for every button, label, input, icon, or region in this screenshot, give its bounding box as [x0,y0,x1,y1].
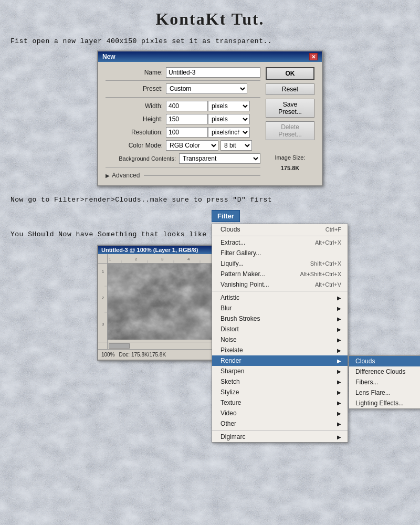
svg-text:3: 3 [101,322,104,327]
ok-button[interactable]: OK [266,67,314,80]
menu-item-extract-label: Extract... [220,239,245,246]
menu-item-liquify-label: Liquify... [220,260,244,267]
menu-item-clouds-shortcut-label: Clouds [220,226,240,233]
instruction-3: You SHould Now have Something that looks… [0,224,420,242]
dialog-close-button[interactable]: ✕ [309,53,318,60]
bg-contents-label: Background Contents: [106,155,179,162]
menu-item-filter-gallery-label: Filter Gallery... [220,249,261,257]
menu-item-sharpen[interactable]: Sharpen ▶ [212,366,348,376]
preview-title: Untitled-3 @ 100% (Layer 1, RGB/8) [101,247,198,253]
menu-item-texture-arrow: ▶ [337,400,341,406]
bg-contents-select[interactable]: Transparent [179,153,260,164]
menu-item-distort-arrow: ▶ [337,327,341,332]
dialog-title: New [102,53,116,60]
zoom-label: 100% [101,352,115,358]
menu-item-vanishing-point[interactable]: Vanishing Point... Alt+Ctrl+V [212,279,348,290]
menu-item-sketch[interactable]: Sketch ▶ [212,376,348,387]
advanced-arrow-icon: ▶ [106,173,110,178]
ruler-corner [98,254,108,263]
submenu-item-fibers[interactable]: Fibers... [349,377,420,387]
reset-button[interactable]: Reset [266,83,314,95]
color-depth-select[interactable]: 8 bit [220,140,252,151]
menu-item-extract[interactable]: Extract... Alt+Ctrl+X [212,237,348,248]
image-size-value: 175.8K [266,165,314,171]
menu-item-noise-label: Noise [220,336,237,343]
filter-menu-area: Filter Clouds Ctrl+F Extract... Alt+Ctrl… [0,207,420,224]
page-title: KontaKt Tut. [0,0,420,33]
scrollbar-thumb-bottom[interactable] [109,343,130,349]
menu-item-sharpen-arrow: ▶ [337,369,341,374]
width-label: Width: [106,102,166,110]
menu-item-stylize-arrow: ▶ [337,390,341,395]
svg-text:2: 2 [135,257,138,261]
menu-item-video-label: Video [220,410,236,417]
menu-item-distort-label: Distort [220,326,239,333]
name-input[interactable] [166,67,260,78]
ruler-left-svg: 1 2 3 [98,266,108,342]
menu-item-clouds-shortcut-key: Ctrl+F [326,226,341,233]
submenu-item-difference-clouds[interactable]: Difference Clouds [349,366,420,377]
filter-menu-bar-item[interactable]: Filter [212,210,240,222]
submenu-item-clouds[interactable]: Clouds [349,356,420,366]
menu-item-distort[interactable]: Distort ▶ [212,324,348,334]
menu-item-artistic-arrow: ▶ [337,295,341,301]
menu-item-filter-gallery[interactable]: Filter Gallery... [212,248,348,258]
menu-item-video[interactable]: Video ▶ [212,408,348,418]
menu-item-digimarc-arrow: ▶ [337,434,341,440]
preset-label: Preset: [106,85,166,92]
advanced-label[interactable]: Advanced [112,172,140,179]
width-input[interactable] [166,101,208,111]
render-submenu: Clouds Difference Clouds Fibers... Lens … [349,355,420,409]
menu-item-digimarc[interactable]: Digimarc ▶ [212,432,348,442]
menu-item-pixelate-label: Pixelate [220,346,243,354]
scrollbar-corner-bottom [98,342,108,349]
menu-item-pattern-maker-shortcut: Alt+Shift+Ctrl+X [300,271,342,277]
menu-item-pattern-maker-label: Pattern Maker... [220,270,265,278]
menu-item-texture[interactable]: Texture ▶ [212,397,348,408]
menu-item-liquify-shortcut: Shift+Ctrl+X [310,260,341,267]
menu-item-vanishing-point-label: Vanishing Point... [220,281,269,288]
submenu-item-lens-flare[interactable]: Lens Flare... [349,387,420,398]
menu-item-blur[interactable]: Blur ▶ [212,303,348,313]
menu-item-noise[interactable]: Noise ▶ [212,334,348,345]
delete-preset-button: Delete Preset... [266,121,314,140]
ruler-left: 1 2 3 [98,264,108,342]
menu-item-stylize[interactable]: Stylize ▶ [212,387,348,397]
height-input[interactable] [166,114,208,124]
menu-item-clouds-shortcut[interactable]: Clouds Ctrl+F [212,224,348,235]
height-label: Height: [106,116,166,123]
menu-item-render[interactable]: Render ▶ [212,355,348,366]
menu-item-texture-label: Texture [220,399,241,406]
menu-item-other-arrow: ▶ [337,421,341,427]
height-unit-select[interactable]: pixels [208,114,250,124]
width-unit-select[interactable]: pixels [208,101,250,111]
save-preset-button[interactable]: Save Preset... [266,99,314,118]
menu-item-liquify[interactable]: Liquify... Shift+Ctrl+X [212,258,348,269]
menu-item-blur-arrow: ▶ [337,306,341,311]
menu-item-other[interactable]: Other ▶ [212,418,348,429]
menu-item-brush-strokes[interactable]: Brush Strokes ▶ [212,313,348,324]
resolution-input[interactable] [166,127,208,138]
svg-text:3: 3 [161,257,164,261]
menu-item-artistic[interactable]: Artistic ▶ [212,292,348,303]
image-size-area: Image Size: 175.8K [266,150,314,171]
menu-item-artistic-label: Artistic [220,294,239,301]
menu-item-stylize-label: Stylize [220,388,239,396]
menu-item-digimarc-label: Digimarc [220,433,245,440]
preset-select[interactable]: Custom [166,83,247,94]
svg-text:1: 1 [101,269,104,274]
svg-text:2: 2 [101,296,104,300]
image-size-label: Image Size: [266,154,314,161]
svg-text:1: 1 [109,257,111,261]
preview-container: Untitled-3 @ 100% (Layer 1, RGB/8) _ □ ✕… [0,242,420,366]
instruction-2: Now go to Filter>render>Clouds..make sur… [0,192,420,207]
doc-info: Doc: 175.8K/175.8K [119,352,166,358]
menu-item-pixelate[interactable]: Pixelate ▶ [212,345,348,355]
color-mode-label: Color Mode: [106,142,166,149]
resolution-unit-select[interactable]: pixels/inch [208,127,250,138]
dialog-titlebar: New ✕ [98,51,322,62]
menu-item-pattern-maker[interactable]: Pattern Maker... Alt+Shift+Ctrl+X [212,269,348,279]
submenu-item-lighting-effects[interactable]: Lighting Effects... [349,398,420,408]
menu-item-brush-strokes-arrow: ▶ [337,316,341,322]
color-mode-select[interactable]: RGB Color [166,140,218,151]
